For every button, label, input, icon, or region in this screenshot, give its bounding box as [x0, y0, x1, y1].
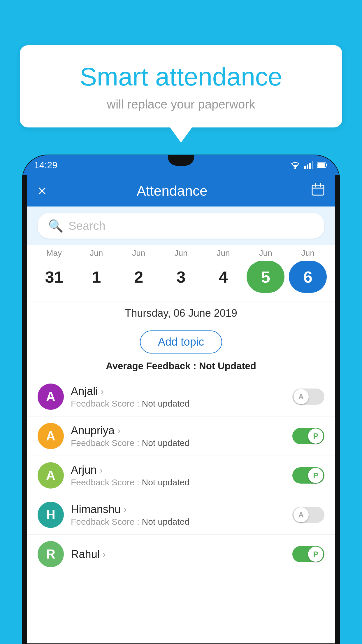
- date-row: 31 1 2 3 4 5 6: [33, 261, 329, 293]
- student-list: A Anjali › Feedback Score : Not updated …: [27, 377, 335, 574]
- chevron-rahul: ›: [103, 549, 106, 560]
- student-name-rahul[interactable]: Rahul ›: [71, 548, 285, 561]
- svg-rect-1: [304, 166, 306, 169]
- avatar-anupriya: A: [38, 423, 64, 449]
- toggle-arjun[interactable]: P: [292, 467, 324, 484]
- date-5-today[interactable]: 5: [247, 261, 284, 293]
- month-6: Jun: [289, 249, 327, 258]
- phone-inner: 14:29: [22, 155, 340, 643]
- month-4: Jun: [204, 249, 242, 258]
- student-info-himanshu[interactable]: Himanshu › Feedback Score : Not updated: [71, 503, 285, 527]
- avg-feedback-label: Average Feedback :: [106, 360, 199, 371]
- student-item-arjun: A Arjun › Feedback Score : Not updated P: [27, 456, 335, 495]
- student-name-himanshu[interactable]: Himanshu ›: [71, 503, 285, 516]
- notch: [168, 155, 194, 166]
- avg-feedback: Average Feedback : Not Updated: [27, 360, 335, 377]
- toggle-switch-anupriya[interactable]: P: [292, 428, 324, 444]
- chevron-himanshu: ›: [124, 504, 127, 515]
- svg-rect-2: [307, 164, 308, 169]
- avatar-rahul: R: [38, 541, 64, 567]
- student-item-himanshu: H Himanshu › Feedback Score : Not update…: [27, 495, 335, 534]
- date-3[interactable]: 3: [162, 261, 200, 293]
- student-name-anjali[interactable]: Anjali ›: [71, 385, 285, 398]
- toggle-switch-anjali[interactable]: A: [292, 388, 324, 405]
- selected-date-text: Thursday, 06 June 2019: [125, 307, 237, 319]
- month-2: Jun: [120, 249, 158, 258]
- student-name-anupriya[interactable]: Anupriya ›: [71, 424, 285, 437]
- date-2[interactable]: 2: [120, 261, 158, 293]
- chevron-anjali: ›: [101, 386, 104, 397]
- feedback-arjun: Feedback Score : Not updated: [71, 477, 285, 487]
- screen-content: × Attendance 🔍 Search: [27, 175, 335, 643]
- svg-point-0: [294, 167, 296, 169]
- battery-icon: [317, 162, 328, 168]
- student-item-anupriya: A Anupriya › Feedback Score : Not update…: [27, 416, 335, 456]
- toggle-anupriya[interactable]: P: [292, 428, 324, 444]
- date-31[interactable]: 31: [35, 261, 73, 293]
- feedback-anupriya: Feedback Score : Not updated: [71, 438, 285, 448]
- add-topic-container: Add topic: [27, 323, 335, 360]
- toggle-switch-arjun[interactable]: P: [292, 467, 324, 484]
- status-time: 14:29: [34, 160, 57, 171]
- month-row: May Jun Jun Jun Jun Jun Jun: [33, 249, 329, 258]
- calendar-icon[interactable]: [312, 183, 324, 199]
- student-item-rahul: R Rahul › P: [27, 534, 335, 574]
- status-icons: [290, 161, 328, 169]
- feedback-himanshu: Feedback Score : Not updated: [71, 517, 285, 527]
- avatar-arjun: A: [38, 462, 64, 489]
- feedback-anjali: Feedback Score : Not updated: [71, 399, 285, 409]
- wifi-icon: [290, 161, 301, 169]
- date-picker: May Jun Jun Jun Jun Jun Jun 31 1 2 3 4 5…: [27, 245, 335, 302]
- add-topic-button[interactable]: Add topic: [140, 330, 222, 354]
- svg-rect-6: [326, 164, 327, 166]
- date-1[interactable]: 1: [78, 261, 115, 293]
- phone-frame: 14:29: [22, 155, 340, 644]
- avatar-himanshu: H: [38, 502, 64, 528]
- toggle-rahul[interactable]: P: [292, 546, 324, 562]
- svg-rect-4: [312, 161, 313, 169]
- chevron-arjun: ›: [100, 465, 103, 475]
- month-5: Jun: [247, 249, 284, 258]
- toggle-switch-himanshu[interactable]: A: [292, 507, 324, 523]
- student-name-arjun[interactable]: Arjun ›: [71, 464, 285, 476]
- month-3: Jun: [162, 249, 200, 258]
- date-6-selected[interactable]: 6: [289, 261, 327, 293]
- month-0: May: [35, 249, 73, 258]
- toggle-himanshu[interactable]: A: [292, 507, 324, 523]
- signal-icon: [304, 161, 313, 169]
- close-button[interactable]: ×: [38, 182, 46, 200]
- speech-bubble: Smart attendance will replace your paper…: [20, 45, 342, 127]
- search-placeholder: Search: [68, 219, 106, 232]
- toggle-anjali[interactable]: A: [292, 388, 324, 405]
- bubble-subtitle: will replace your paperwork: [43, 97, 319, 111]
- avatar-anjali: A: [38, 384, 64, 410]
- svg-rect-8: [312, 185, 324, 195]
- avg-feedback-value: Not Updated: [199, 360, 256, 371]
- student-info-anupriya[interactable]: Anupriya › Feedback Score : Not updated: [71, 424, 285, 448]
- student-info-arjun[interactable]: Arjun › Feedback Score : Not updated: [71, 464, 285, 487]
- app-bar: × Attendance: [27, 175, 335, 206]
- student-info-anjali[interactable]: Anjali › Feedback Score : Not updated: [71, 385, 285, 409]
- bubble-title: Smart attendance: [43, 63, 319, 91]
- student-item-anjali: A Anjali › Feedback Score : Not updated …: [27, 377, 335, 416]
- date-4[interactable]: 4: [204, 261, 242, 293]
- student-info-rahul[interactable]: Rahul ›: [71, 548, 285, 561]
- search-container: 🔍 Search: [27, 206, 335, 245]
- search-icon: 🔍: [48, 219, 63, 233]
- app-bar-title: Attendance: [56, 183, 288, 199]
- chevron-anupriya: ›: [117, 425, 121, 436]
- svg-rect-7: [317, 163, 325, 167]
- selected-date-info: Thursday, 06 June 2019: [27, 302, 335, 323]
- toggle-switch-rahul[interactable]: P: [292, 546, 324, 562]
- search-bar[interactable]: 🔍 Search: [38, 213, 324, 239]
- svg-rect-3: [309, 163, 311, 169]
- speech-bubble-container: Smart attendance will replace your paper…: [20, 45, 342, 127]
- month-1: Jun: [78, 249, 115, 258]
